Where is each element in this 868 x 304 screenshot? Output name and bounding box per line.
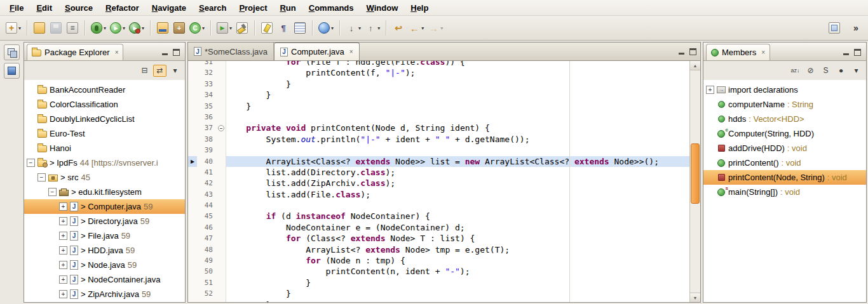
folding-ruler[interactable] [216, 101, 226, 112]
folding-ruler[interactable] [216, 145, 226, 155]
view-menu-button[interactable]: ▾ [850, 65, 863, 77]
code-line-34[interactable]: 34 } [188, 89, 689, 100]
code-line-31[interactable]: 31 for (File f : hdd.get(File.class)) { [188, 61, 689, 67]
annotation-ruler[interactable] [188, 211, 197, 221]
annotation-ruler[interactable] [188, 266, 197, 277]
print-button[interactable] [64, 19, 81, 37]
minimize-button[interactable] [161, 49, 168, 56]
scrollbar-thumb[interactable] [691, 143, 700, 204]
annotation-ruler[interactable] [188, 200, 197, 211]
debug-button[interactable]: ▾ [89, 19, 108, 37]
tree-item-hanoi[interactable]: Hanoi [24, 141, 185, 155]
member-item-adddrive-hdd[interactable]: addDrive(HDD): void [703, 141, 866, 155]
line-number[interactable]: 47 [197, 233, 216, 244]
dropdown-arrow-icon[interactable]: ▾ [104, 25, 106, 31]
annotation-ruler[interactable] [188, 145, 197, 155]
code-editor[interactable]: 31 for (File f : hdd.get(File.class)) {3… [188, 61, 689, 302]
new-package-button[interactable] [171, 19, 187, 37]
forward-button[interactable]: ▾ [426, 19, 445, 37]
minimize-button[interactable] [843, 49, 850, 56]
back-button[interactable]: ▾ [407, 19, 426, 37]
code-line-32[interactable]: 32 printContent(f, "|-"); [188, 67, 689, 78]
folding-ruler[interactable] [216, 189, 226, 200]
plus-expander-icon[interactable]: + [706, 86, 714, 94]
minus-expander-icon[interactable]: − [37, 173, 46, 182]
line-number[interactable]: 33 [197, 79, 216, 89]
annotation-ruler[interactable] [188, 244, 197, 255]
dropdown-arrow-icon[interactable]: ▾ [123, 25, 125, 31]
close-view-icon[interactable]: × [761, 49, 765, 56]
menu-search[interactable]: Search [193, 1, 232, 15]
plus-expander-icon[interactable]: + [59, 202, 67, 211]
editor-tab-someclass-java[interactable]: J*SomeClass.java [188, 43, 274, 60]
dropdown-arrow-icon[interactable]: ▾ [440, 25, 443, 31]
annotation-ruler[interactable] [188, 101, 197, 112]
folding-ruler[interactable] [216, 156, 226, 167]
collapse-all-button[interactable]: ⊟ [138, 65, 151, 77]
java-perspective-button[interactable] [826, 19, 843, 37]
annotation-ruler[interactable] [188, 222, 197, 233]
code-line-42[interactable]: 42 list.add(ZipArchiv.class); [188, 178, 689, 188]
code-line-36[interactable]: 36 [188, 112, 689, 122]
code-line-48[interactable]: 48 ArrayList<? extends Node> tmp = e.get… [188, 244, 689, 255]
annotation-ruler[interactable]: ▶ [188, 156, 197, 167]
folding-ruler[interactable] [216, 211, 226, 221]
folding-ruler[interactable] [216, 67, 226, 78]
show-whitespace-button[interactable] [275, 19, 292, 37]
line-number[interactable]: 43 [197, 189, 216, 200]
code-line-33[interactable]: 33 } [188, 79, 689, 89]
line-number[interactable]: 32 [197, 67, 216, 78]
menu-window[interactable]: Window [361, 1, 404, 15]
tree-item-hdd-java[interactable]: +J> HDD.java59 [24, 243, 185, 258]
close-tab-icon[interactable]: × [349, 48, 353, 55]
annotation-ruler[interactable] [188, 288, 197, 299]
tree-item-bankaccountreader[interactable]: BankAccountReader [24, 83, 185, 97]
package-explorer-tab[interactable]: Package Explorer × [27, 44, 123, 60]
menu-navigate[interactable]: Navigate [146, 1, 192, 15]
dropdown-arrow-icon[interactable]: ▾ [18, 25, 21, 31]
tree-item-directory-java[interactable]: +J> Directory.java59 [24, 214, 185, 228]
annotation-ruler[interactable] [188, 79, 197, 89]
annotation-ruler[interactable] [188, 178, 197, 188]
dropdown-arrow-icon[interactable]: ▾ [142, 25, 144, 31]
annotation-ruler[interactable] [188, 67, 197, 78]
maximize-button[interactable] [854, 49, 861, 56]
code-line-51[interactable]: 51 } [188, 277, 689, 288]
menu-edit[interactable]: Edit [31, 1, 58, 15]
code-line-41[interactable]: 41 list.add(Directory.class); [188, 167, 689, 178]
menu-refactor[interactable]: Refactor [100, 1, 145, 15]
hide-static-button[interactable]: S [819, 65, 832, 77]
previous-annotation-button[interactable]: ▾ [363, 19, 382, 37]
external-tools-button[interactable]: ▾ [215, 19, 234, 37]
menu-project[interactable]: Project [233, 1, 273, 15]
tree-item-euro-test[interactable]: Euro-Test [24, 126, 185, 141]
tree-item-doublylinkedcycliclist[interactable]: DoublyLinkedCyclicList [24, 112, 185, 126]
code-line-39[interactable]: 39 [188, 145, 689, 155]
menu-run[interactable]: Run [274, 1, 301, 15]
plus-expander-icon[interactable]: + [59, 290, 67, 298]
dropdown-arrow-icon[interactable]: ▾ [421, 25, 424, 31]
open-resource-button[interactable] [31, 19, 48, 37]
folding-ruler[interactable] [216, 266, 226, 277]
annotation-ruler[interactable] [188, 300, 197, 302]
dropdown-arrow-icon[interactable]: ▾ [358, 25, 361, 31]
line-number[interactable]: 48 [197, 244, 216, 255]
search-button[interactable] [234, 19, 250, 37]
minimize-button[interactable] [678, 48, 685, 55]
view-menu-button[interactable]: ▾ [168, 65, 182, 77]
member-item-computername[interactable]: computerName: String [703, 97, 866, 112]
block-selection-button[interactable] [292, 19, 308, 37]
new-java-project-button[interactable] [154, 19, 171, 37]
code-line-50[interactable]: 50 printContent(n, ident + "-"); [188, 266, 689, 277]
members-tab[interactable]: Members × [706, 44, 770, 60]
folding-ruler[interactable] [216, 255, 226, 266]
folding-ruler[interactable] [216, 178, 226, 188]
tree-item-file-java[interactable]: +J> File.java59 [24, 228, 185, 243]
folding-ruler[interactable] [216, 244, 226, 255]
member-item-computer-string-hdd[interactable]: cComputer(String, HDD) [703, 126, 866, 141]
maximize-button[interactable] [689, 48, 696, 55]
editor-tab-computer-java[interactable]: JComputer.java× [274, 43, 360, 60]
line-number[interactable]: 31 [197, 61, 216, 67]
plus-expander-icon[interactable]: + [59, 261, 67, 269]
plus-expander-icon[interactable]: + [59, 232, 67, 240]
